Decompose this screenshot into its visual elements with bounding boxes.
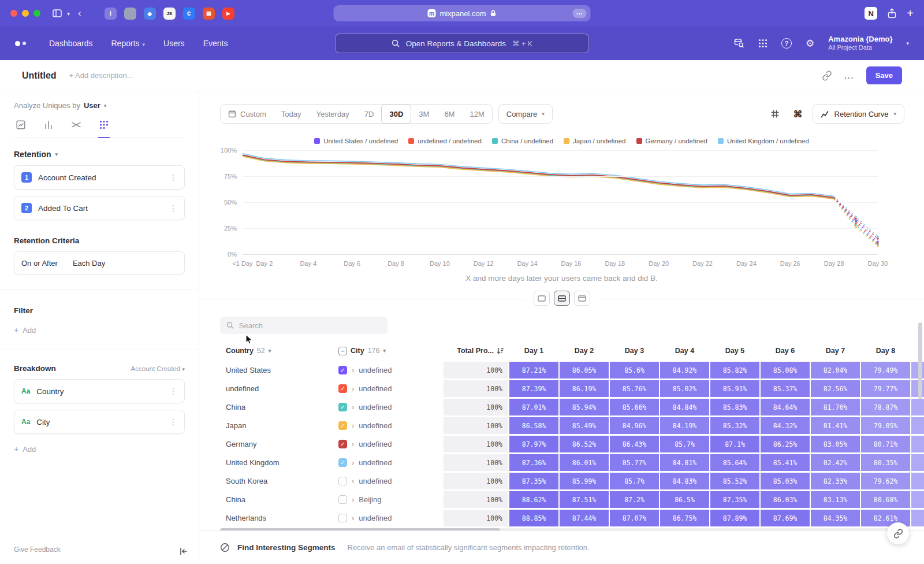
retention-cell[interactable]: 87.21% [509,362,558,379]
expand-row-icon[interactable]: › [352,477,354,485]
country-cell[interactable]: South Korea [220,473,333,489]
retention-cell[interactable]: 84.83% [660,473,709,489]
retention-cell[interactable]: 87.2% [610,491,659,508]
retention-cell[interactable]: 85.32% [710,417,759,434]
day-column-header[interactable]: Day 5 [710,347,759,355]
retention-cell[interactable]: 84.32% [761,417,810,434]
view-header-icon[interactable] [574,291,590,306]
retention-cell[interactable]: 84.96% [610,417,659,434]
view-single-icon[interactable] [534,291,550,306]
legend-item[interactable]: United Kingdom / undefined [718,138,809,144]
retention-cell[interactable]: 85.91% [710,380,759,397]
cube-extension-icon[interactable]: ◆ [144,8,156,20]
country-cell[interactable]: Germany [220,436,333,452]
range-6m[interactable]: 6M [437,105,462,123]
criteria-condition[interactable]: On or After [21,259,58,268]
row-checkbox[interactable]: ✓ [338,384,347,393]
more-options-button[interactable]: … [844,69,855,81]
retention-cell[interactable]: 84.81% [660,454,709,471]
tab-insights-icon[interactable] [15,119,27,138]
country-cell[interactable]: Netherlands [220,510,333,526]
day-column-header[interactable]: Day 8 [861,347,910,355]
retention-cell[interactable]: 85.03% [761,473,810,489]
browser-sidebar-toggle-icon[interactable] [52,8,62,18]
city-value[interactable]: Beijing [359,495,381,504]
back-icon[interactable]: ‹ [78,8,81,19]
retention-cell[interactable]: 85.83% [710,399,759,415]
retention-cell[interactable]: 85.66% [610,399,659,415]
close-window-button[interactable] [10,10,17,17]
retention-cell[interactable]: 85.41% [761,454,810,471]
retention-section-label[interactable]: Retention [14,150,51,159]
table-search-input[interactable] [239,321,381,330]
day-column-header[interactable]: Day 3 [610,347,659,355]
range-30d[interactable]: 30D [381,104,411,124]
retention-cell[interactable]: 79.77% [861,380,910,397]
share-link-fab[interactable] [887,522,909,544]
range-12m[interactable]: 12M [462,105,491,123]
retention-cell[interactable]: 86.58% [509,417,558,434]
expand-row-icon[interactable]: › [352,366,354,374]
legend-item[interactable]: China / undefined [492,138,553,144]
step-event-label[interactable]: Added To Cart [38,204,88,213]
command-icon[interactable]: ⌘ [789,105,807,123]
expand-row-icon[interactable]: › [352,384,354,393]
city-value[interactable]: undefined [359,403,392,411]
save-button[interactable]: Save [866,66,902,84]
breakdown-card[interactable]: AaCountry⋮ [14,379,185,403]
retention-cell[interactable]: 83.05% [811,436,860,452]
retention-cell[interactable]: 86.43% [610,436,659,452]
js-extension-icon[interactable]: JS [163,8,176,20]
retention-cell[interactable]: 81.76% [811,399,860,415]
add-description[interactable]: + Add description... [69,71,133,80]
row-checkbox[interactable] [338,495,347,504]
retention-cell[interactable]: 85.49% [560,417,609,434]
video-extension-icon[interactable]: ▶ [222,8,234,20]
retention-cell[interactable]: 85.08% [761,362,810,379]
retention-cell[interactable]: 88.62% [509,491,558,508]
retention-cell[interactable]: 86.25% [761,436,810,452]
url-more-button[interactable]: ••• [573,9,587,18]
retention-cell[interactable]: 85.99% [560,473,609,489]
add-breakdown-button[interactable]: + Add [14,444,185,454]
row-checkbox[interactable] [338,477,347,485]
retention-cell[interactable]: 80.35% [861,454,910,471]
global-search[interactable]: Open Reports & Dashboards ⌘ + K [335,34,589,53]
give-feedback-link[interactable]: Give Feedback [14,546,61,554]
retention-criteria-card[interactable]: On or After Each Day [14,251,185,274]
city-value[interactable]: undefined [359,440,392,448]
tab-funnels-icon[interactable] [43,119,54,138]
nav-events[interactable]: Events [203,39,228,48]
retention-cell[interactable]: 85.94% [560,399,609,415]
expand-row-icon[interactable]: › [352,495,354,504]
kebab-menu-icon[interactable]: ⋮ [169,173,177,182]
retention-cell[interactable]: 78.87% [861,399,910,415]
apps-grid-icon[interactable] [758,39,767,48]
legend-item[interactable]: Germany / undefined [636,138,707,144]
retention-cell[interactable]: 87.44% [560,510,609,526]
collapse-sidebar-icon[interactable] [179,547,188,556]
range-today[interactable]: Today [274,105,309,123]
country-cell[interactable]: United States [220,362,333,379]
retention-cell[interactable]: 84.84% [660,399,709,415]
range-7d[interactable]: 7D [357,105,382,123]
retention-cell[interactable]: 87.89% [710,510,759,526]
retention-cell[interactable]: 84.19% [660,417,709,434]
table-search[interactable] [220,317,388,334]
help-icon[interactable]: ? [781,38,792,49]
retention-cell[interactable]: 87.39% [509,380,558,397]
range-3m[interactable]: 3M [411,105,437,123]
retention-cell[interactable]: 84.35% [811,510,860,526]
range-custom[interactable]: Custom [221,105,274,123]
kebab-menu-icon[interactable]: ⋮ [169,417,177,426]
profile-extension-icon[interactable] [124,8,136,20]
day-column-header[interactable]: Day 4 [660,347,709,355]
kebab-menu-icon[interactable]: ⋮ [169,387,177,396]
new-tab-icon[interactable]: + [907,7,914,20]
retention-cell[interactable]: 85.02% [660,380,709,397]
breakdown-property-label[interactable]: City [36,418,50,426]
retention-step-card[interactable]: 2Added To Cart⋮ [14,196,185,220]
mixpanel-logo[interactable] [15,41,26,46]
retention-cell[interactable]: 79.49% [861,362,910,379]
retention-cell[interactable]: 87.07% [610,510,659,526]
